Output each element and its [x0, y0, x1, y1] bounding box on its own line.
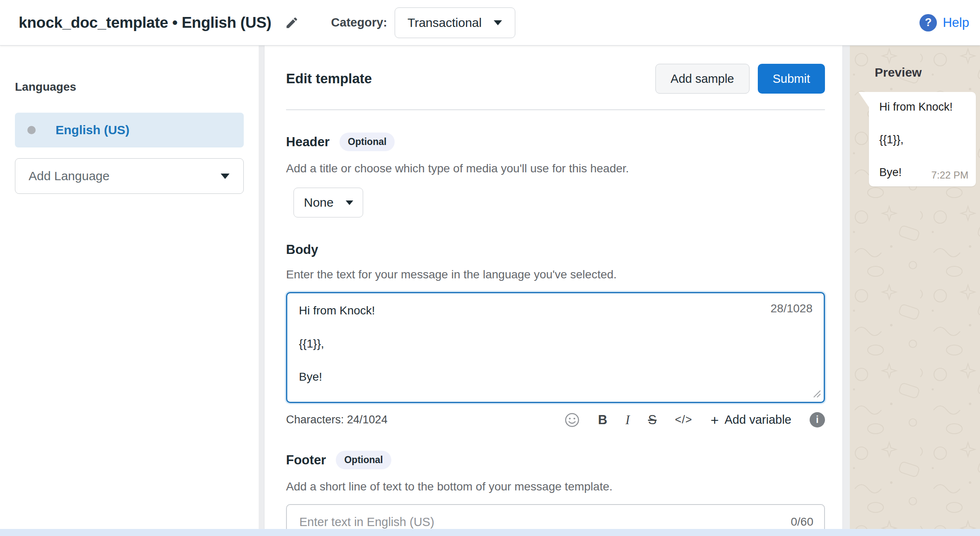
footer-section: Footer Optional Add a short line of text… — [286, 451, 825, 536]
edit-template-panel: Edit template Add sample Submit Header O… — [264, 46, 842, 536]
header-media-type-value: None — [304, 196, 334, 210]
plus-icon: + — [711, 413, 719, 427]
languages-heading: Languages — [15, 80, 244, 94]
sidebar-scrollbar[interactable] — [259, 46, 264, 536]
italic-icon[interactable]: I — [626, 413, 630, 427]
category-select[interactable]: Transactional — [395, 7, 515, 38]
add-language-select[interactable]: Add Language — [15, 158, 244, 194]
category-group: Category: Transactional — [331, 7, 515, 38]
body-section-title: Body — [286, 242, 318, 257]
sidebar-item-language-english-us[interactable]: English (US) — [15, 113, 244, 147]
bold-icon[interactable]: B — [598, 413, 607, 427]
language-label: English (US) — [56, 123, 129, 137]
add-variable-button[interactable]: + Add variable — [711, 413, 791, 427]
bottom-scroll-strip[interactable] — [0, 529, 980, 536]
info-icon[interactable]: i — [810, 412, 825, 427]
edit-template-header: Edit template Add sample Submit — [286, 64, 825, 94]
formatting-toolbar: B I S </> + Add variable i — [565, 412, 825, 427]
body-section-description: Enter the text for your message in the l… — [286, 268, 825, 281]
page-title: Edit template — [286, 71, 372, 87]
emoji-icon[interactable] — [565, 413, 580, 427]
footer-section-title: Footer — [286, 453, 326, 468]
message-bubble: Hi from Knock! {{1}}, Bye! 7:22 PM — [869, 92, 976, 186]
language-status-dot-icon — [27, 126, 36, 134]
footer-character-counter: 0/60 — [791, 515, 814, 529]
languages-sidebar: Languages English (US) Add Language — [0, 46, 259, 536]
header-section: Header Optional Add a title or choose wh… — [286, 133, 825, 217]
template-title: knock_doc_template • English (US) — [19, 14, 272, 31]
add-variable-label: Add variable — [725, 413, 791, 427]
header-buttons: Add sample Submit — [655, 64, 825, 94]
chevron-down-icon — [493, 20, 502, 26]
main-scrollbar[interactable] — [842, 46, 850, 536]
pencil-icon — [285, 16, 299, 30]
optional-badge: Optional — [336, 451, 391, 469]
header-divider — [286, 109, 825, 110]
header-section-description: Add a title or choose which type of medi… — [286, 162, 825, 175]
add-language-placeholder: Add Language — [29, 169, 109, 183]
message-timestamp: 7:22 PM — [931, 169, 968, 181]
chevron-down-icon — [345, 200, 354, 205]
body-character-counter: 28/1028 — [771, 302, 813, 315]
chevron-down-icon — [220, 173, 230, 179]
body-toolbar-row: Characters: 24/1024 B I S </> + Add vari — [286, 412, 825, 427]
characters-count-label: Characters: 24/1024 — [286, 413, 388, 426]
body-text-input[interactable]: Hi from Knock! {{1}}, Bye! — [286, 292, 825, 403]
code-icon[interactable]: </> — [675, 413, 692, 426]
category-label: Category: — [331, 16, 387, 29]
optional-badge: Optional — [340, 133, 395, 151]
strikethrough-icon[interactable]: S — [648, 413, 657, 427]
top-bar: knock_doc_template • English (US) Catego… — [0, 0, 980, 46]
bubble-line: {{1}}, — [879, 132, 968, 147]
header-media-type-select[interactable]: None — [294, 188, 363, 217]
help-label: Help — [943, 15, 969, 30]
body-textarea-wrap: Hi from Knock! {{1}}, Bye! 28/1028 — [286, 292, 825, 403]
preview-heading: Preview — [875, 65, 980, 80]
header-section-title: Header — [286, 135, 330, 150]
add-sample-button[interactable]: Add sample — [655, 64, 750, 94]
submit-button[interactable]: Submit — [758, 64, 825, 94]
bubble-tail-icon — [859, 92, 869, 108]
help-icon: ? — [919, 14, 937, 31]
edit-title-button[interactable] — [285, 16, 299, 30]
bubble-line: Hi from Knock! — [879, 99, 968, 114]
category-selected-value: Transactional — [408, 16, 482, 30]
body-section: Body Enter the text for your message in … — [286, 242, 825, 427]
footer-section-description: Add a short line of text to the bottom o… — [286, 480, 825, 493]
help-link[interactable]: ? Help — [919, 14, 969, 31]
preview-panel: Preview Hi from Knock! {{1}}, Bye! 7:22 … — [850, 46, 980, 536]
